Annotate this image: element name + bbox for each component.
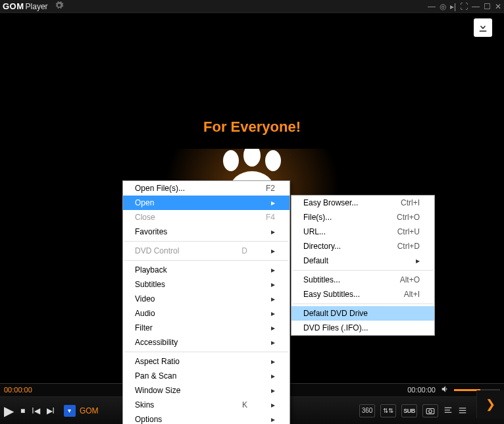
submenu-item-default-dvd-drive[interactable]: Default DVD Drive	[291, 306, 434, 321]
submenu-item-file-s[interactable]: File(s)...Ctrl+O	[291, 210, 434, 225]
menu-item-accessibility[interactable]: Accessibility▸	[123, 335, 290, 350]
submenu-item-label: Easy Subtitles...	[303, 290, 384, 299]
eq-button[interactable]	[443, 406, 453, 415]
context-menu-main: Open File(s)...F2Open▸CloseF4Favorites▸D…	[122, 180, 290, 424]
window-control-1[interactable]: —	[428, 2, 436, 11]
chevron-right-icon: ▸	[267, 371, 275, 381]
menu-item-open[interactable]: Open▸	[123, 196, 290, 210]
list-icon	[458, 406, 467, 415]
download-badge[interactable]	[474, 18, 492, 37]
submenu-item-easy-browser[interactable]: Easy Browser...Ctrl+I	[291, 196, 434, 210]
menu-item-playback[interactable]: Playback▸	[123, 263, 290, 277]
menu-item-shortcut: F4	[266, 213, 275, 222]
sync-button[interactable]: ⇅⇅	[380, 404, 396, 417]
svg-point-5	[429, 410, 432, 413]
submenu-item-separator	[293, 270, 433, 271]
menu-item-label: Skins	[135, 400, 222, 410]
menu-item-pan-scan[interactable]: Pan & Scan▸	[123, 369, 290, 383]
prev-button[interactable]: I◀	[32, 406, 39, 415]
mode-360-button[interactable]: 360	[359, 404, 375, 417]
close-button[interactable]: ✕	[495, 2, 501, 11]
menu-item-label: Aspect Ratio	[135, 357, 247, 366]
title-bar: GOM Player — ◎ ▸| ⛶ — ☐ ✕	[0, 0, 504, 13]
download-icon	[477, 22, 489, 34]
submenu-item-subtitles[interactable]: Subtitles...Alt+O	[291, 273, 434, 287]
submenu-item-shortcut: Ctrl+D	[397, 242, 420, 251]
menu-item-label: Accessibility	[135, 338, 247, 347]
window-controls: — ◎ ▸| ⛶ — ☐ ✕	[428, 2, 501, 11]
expand-panel-button[interactable]: ❯	[476, 390, 504, 418]
submenu-item-easy-subtitles[interactable]: Easy Subtitles...Alt+I	[291, 287, 434, 302]
menu-item-shortcut: K	[242, 400, 247, 410]
submenu-item-label: Default DVD Drive	[303, 309, 420, 318]
next-button[interactable]: ▶I	[47, 406, 55, 415]
menu-item-subtitles[interactable]: Subtitles▸	[123, 277, 290, 292]
svg-rect-6	[445, 407, 452, 408]
chevron-right-icon: ▸	[267, 386, 275, 395]
chevron-right-icon: ▸	[267, 323, 275, 332]
subtitles-button[interactable]: SUB	[401, 404, 417, 417]
submenu-item-shortcut: Ctrl+I	[401, 198, 420, 207]
chevron-right-icon: ▸	[267, 400, 275, 410]
submenu-item-separator	[293, 304, 433, 304]
submenu-item-label: Subtitles...	[303, 275, 380, 284]
menu-item-aspect-ratio[interactable]: Aspect Ratio▸	[123, 354, 290, 369]
submenu-item-dvd-files-ifo[interactable]: DVD Files (.IFO)...	[291, 321, 434, 335]
eq-icon	[443, 406, 453, 415]
menu-item-label: Video	[135, 294, 247, 304]
submenu-item-url[interactable]: URL...Ctrl+U	[291, 225, 434, 239]
volume-icon[interactable]	[441, 384, 450, 396]
chevron-right-icon: ▸	[267, 338, 275, 347]
menu-item-label: Options	[135, 415, 247, 424]
menu-item-favorites[interactable]: Favorites▸	[123, 225, 290, 239]
playlist-button[interactable]	[458, 406, 467, 415]
menu-item-label: Window Size	[135, 386, 247, 395]
gear-icon[interactable]	[55, 1, 64, 12]
menu-item-label: DVD Control	[135, 246, 222, 255]
screenshot-button[interactable]	[422, 404, 438, 417]
chevron-right-icon: ▸	[267, 280, 275, 289]
menu-item-label: Favorites	[135, 227, 247, 236]
menu-item-skins[interactable]: SkinsK▸	[123, 398, 290, 412]
now-playing-text: GOM	[80, 406, 99, 415]
window-control-2[interactable]: ◎	[440, 2, 446, 11]
camera-icon	[426, 407, 435, 415]
minimize-button[interactable]: —	[472, 2, 480, 11]
menu-item-separator	[124, 352, 288, 352]
chevron-right-icon: ▸	[267, 415, 275, 424]
submenu-item-default[interactable]: Default▸	[291, 253, 434, 268]
submenu-item-shortcut: Ctrl+O	[397, 213, 420, 222]
menu-item-dvd-control: DVD ControlD▸	[123, 244, 290, 258]
svg-point-1	[243, 149, 261, 167]
menu-item-video[interactable]: Video▸	[123, 292, 290, 306]
stop-button[interactable]: ■	[20, 406, 25, 415]
chevron-right-icon: ▸	[267, 227, 275, 236]
submenu-item-label: Directory...	[303, 242, 378, 251]
menu-item-filter[interactable]: Filter▸	[123, 321, 290, 335]
menu-item-separator	[124, 241, 288, 242]
submenu-item-shortcut: Alt+O	[400, 275, 420, 284]
svg-rect-10	[459, 410, 466, 410]
menu-item-options[interactable]: Options▸	[123, 412, 290, 424]
now-playing-icon: ▾	[64, 405, 76, 417]
svg-point-2	[265, 150, 281, 171]
submenu-item-shortcut: Ctrl+U	[397, 227, 420, 236]
menu-item-open-file-s[interactable]: Open File(s)...F2	[123, 181, 290, 196]
now-playing[interactable]: ▾ GOM	[64, 405, 99, 417]
chevron-right-icon: ▸	[412, 256, 420, 265]
svg-point-0	[223, 150, 239, 171]
window-control-4[interactable]: ⛶	[460, 2, 468, 11]
play-button[interactable]: ▶	[4, 403, 14, 419]
chevron-right-icon: ▸	[267, 246, 275, 255]
menu-item-audio[interactable]: Audio▸	[123, 306, 290, 321]
submenu-item-label: URL...	[303, 227, 378, 236]
submenu-item-directory[interactable]: Directory...Ctrl+D	[291, 239, 434, 253]
maximize-button[interactable]: ☐	[484, 2, 491, 11]
menu-item-shortcut: D	[241, 246, 247, 255]
menu-item-label: Open	[135, 198, 247, 207]
menu-item-window-size[interactable]: Window Size▸	[123, 383, 290, 398]
window-control-3[interactable]: ▸|	[450, 2, 456, 11]
context-menu-open: Easy Browser...Ctrl+IFile(s)...Ctrl+OURL…	[291, 195, 435, 336]
submenu-item-label: File(s)...	[303, 213, 377, 222]
menu-item-label: Open File(s)...	[135, 184, 246, 193]
